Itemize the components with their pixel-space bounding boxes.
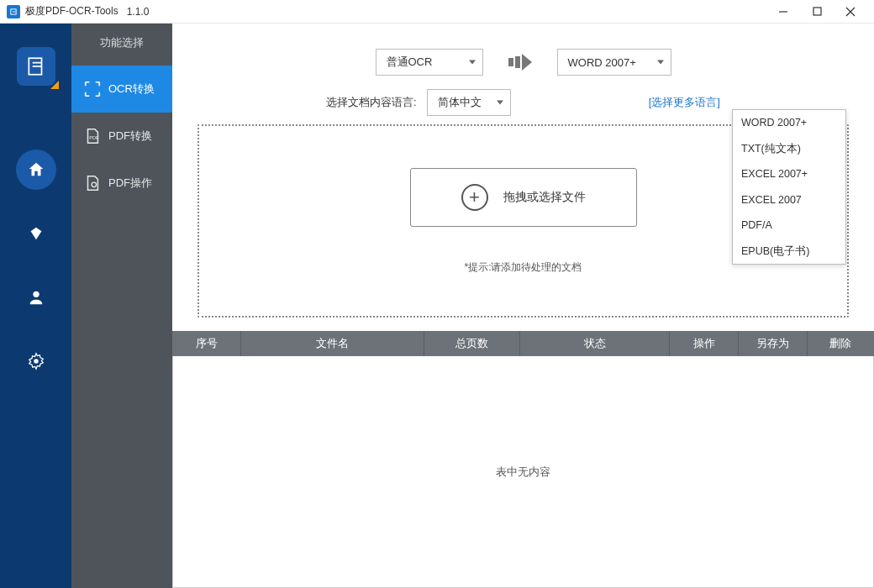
svg-point-10 bbox=[34, 359, 39, 364]
rail-premium[interactable] bbox=[16, 213, 56, 254]
sidebar-item-pdf-convert[interactable]: PDF PDF转换 bbox=[71, 113, 172, 160]
rail-settings[interactable] bbox=[16, 341, 56, 381]
table-header: 序号 文件名 总页数 状态 操作 另存为 删除 bbox=[172, 331, 874, 356]
table-empty-text: 表中无内容 bbox=[496, 465, 550, 480]
sidebar-item-label: OCR转换 bbox=[108, 81, 155, 97]
chevron-down-icon bbox=[497, 101, 503, 105]
more-languages-link[interactable]: [选择更多语言] bbox=[649, 95, 720, 110]
format-option[interactable]: TXT(纯文本) bbox=[733, 136, 845, 162]
ocr-icon bbox=[83, 80, 102, 98]
lang-label: 选择文档内容语言: bbox=[326, 95, 417, 110]
chevron-down-icon bbox=[469, 60, 476, 65]
close-button[interactable] bbox=[834, 0, 867, 24]
format-option[interactable]: PDF/A bbox=[733, 213, 845, 239]
pdf-operate-icon bbox=[83, 174, 102, 192]
th-del: 删除 bbox=[808, 331, 873, 356]
svg-point-12 bbox=[92, 182, 97, 187]
ocr-mode-value: 普通OCR bbox=[387, 55, 433, 70]
th-name: 文件名 bbox=[241, 331, 424, 356]
th-seq: 序号 bbox=[172, 331, 241, 356]
sidebar-title: 功能选择 bbox=[71, 24, 172, 66]
th-status: 状态 bbox=[520, 331, 670, 356]
ocr-mode-select[interactable]: 普通OCR bbox=[376, 49, 483, 76]
output-format-value: WORD 2007+ bbox=[568, 56, 636, 69]
content-area: 普通OCR WORD 2007+ 选择文档内容语言: 简体中文 [选 bbox=[172, 24, 874, 588]
rail-user[interactable] bbox=[16, 277, 56, 318]
sidebar: 功能选择 OCR转换 PDF PDF转换 PDF操作 bbox=[71, 24, 172, 588]
sidebar-item-label: PDF转换 bbox=[108, 129, 152, 144]
format-option[interactable]: EXCEL 2007+ bbox=[733, 161, 845, 187]
output-format-select[interactable]: WORD 2007+ bbox=[557, 49, 671, 76]
svg-rect-3 bbox=[813, 8, 821, 15]
th-pages: 总页数 bbox=[424, 331, 520, 356]
app-title: 极度PDF-OCR-Tools bbox=[25, 4, 118, 18]
sidebar-item-ocr[interactable]: OCR转换 bbox=[71, 66, 172, 113]
pdf-convert-icon: PDF bbox=[83, 127, 102, 145]
format-option[interactable]: WORD 2007+ bbox=[733, 110, 845, 136]
titlebar: 极度PDF-OCR-Tools 1.1.0 bbox=[0, 0, 874, 24]
app-logo bbox=[17, 47, 55, 86]
sidebar-item-label: PDF操作 bbox=[108, 176, 152, 191]
language-select[interactable]: 简体中文 bbox=[427, 89, 511, 116]
svg-text:PDF: PDF bbox=[89, 135, 99, 140]
maximize-button[interactable] bbox=[800, 0, 834, 24]
plus-icon: + bbox=[461, 184, 488, 211]
dropzone-hint: *提示:请添加待处理的文档 bbox=[464, 260, 582, 275]
left-rail bbox=[0, 24, 71, 588]
minimize-button[interactable] bbox=[766, 0, 800, 24]
th-op: 操作 bbox=[670, 331, 739, 356]
app-icon bbox=[7, 5, 20, 18]
table-body: 表中无内容 bbox=[172, 356, 874, 588]
th-saveas: 另存为 bbox=[739, 331, 808, 356]
rail-home[interactable] bbox=[16, 150, 56, 190]
sidebar-item-pdf-operate[interactable]: PDF操作 bbox=[71, 160, 172, 207]
choose-file-button[interactable]: + 拖拽或选择文件 bbox=[410, 168, 637, 227]
arrow-separator-icon bbox=[493, 54, 547, 71]
choose-file-label: 拖拽或选择文件 bbox=[503, 190, 586, 205]
format-option[interactable]: EPUB(电子书) bbox=[733, 239, 845, 265]
language-value: 简体中文 bbox=[438, 95, 482, 110]
app-version: 1.1.0 bbox=[127, 6, 150, 18]
svg-point-9 bbox=[33, 291, 39, 297]
chevron-down-icon bbox=[657, 60, 664, 65]
output-format-dropdown: WORD 2007+ TXT(纯文本) EXCEL 2007+ EXCEL 20… bbox=[732, 109, 846, 265]
format-option[interactable]: EXCEL 2007 bbox=[733, 187, 845, 213]
